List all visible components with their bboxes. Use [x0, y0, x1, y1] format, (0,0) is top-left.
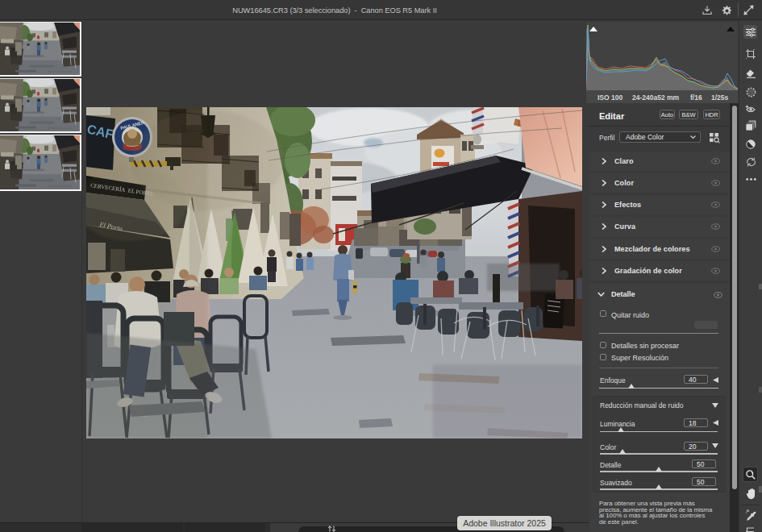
svg-text:1/25s: 1/25s	[711, 94, 729, 102]
svg-text:f/16: f/16	[690, 94, 702, 102]
svg-text:ISO 100: ISO 100	[598, 94, 623, 102]
svg-text:24-240a52 mm: 24-240a52 mm	[632, 94, 680, 102]
